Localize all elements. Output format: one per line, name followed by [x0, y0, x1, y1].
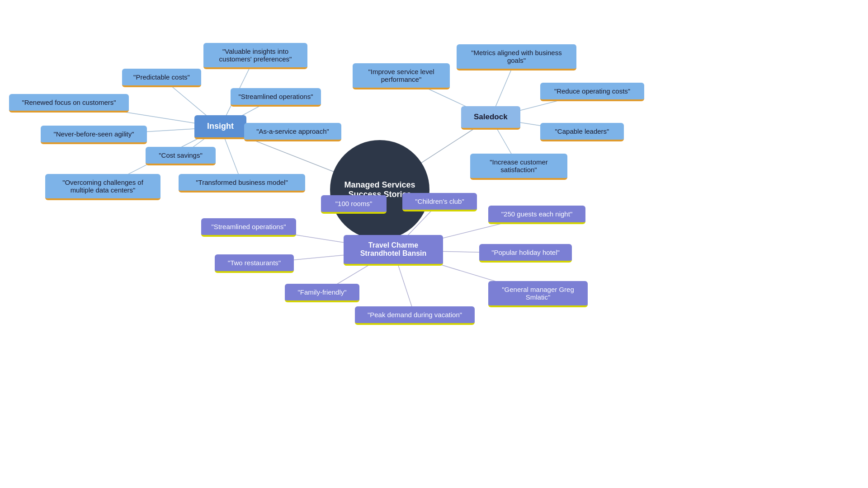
insight-label: Insight — [207, 122, 234, 131]
improve-service-label: "Improve service level performance" — [360, 68, 443, 83]
as-a-service-label: "As-a-service approach" — [256, 127, 329, 135]
100-rooms-node: "100 rooms" — [321, 195, 387, 214]
metrics-aligned-label: "Metrics aligned with business goals" — [464, 49, 569, 64]
increase-satisfaction-node: "Increase customer satisfaction" — [470, 154, 567, 180]
peak-demand-node: "Peak demand during vacation" — [355, 306, 475, 325]
childrens-club-label: "Children's club" — [415, 197, 464, 205]
insight-node: Insight — [194, 115, 246, 139]
family-friendly-node: "Family-friendly" — [285, 284, 359, 302]
popular-holiday-label: "Popular holiday hotel" — [491, 249, 560, 256]
valuable-insights-node: "Valuable insights into customers' prefe… — [203, 43, 307, 69]
general-manager-label: "General manager Greg Smlatic" — [495, 286, 580, 301]
streamlined-ops-top-label: "Streamlined operations" — [239, 93, 313, 100]
saledock-node: Saledock — [461, 106, 520, 130]
capable-leaders-node: "Capable leaders" — [540, 123, 624, 141]
overcoming-challenges-node: "Overcoming challenges of multiple data … — [45, 174, 160, 200]
never-before-label: "Never-before-seen agility" — [53, 130, 134, 138]
family-friendly-label: "Family-friendly" — [297, 288, 346, 296]
improve-service-node: "Improve service level performance" — [353, 63, 450, 89]
never-before-node: "Never-before-seen agility" — [41, 126, 147, 144]
hotel-node: Travel Charme Strandhotel Bansin — [344, 235, 443, 266]
hotel-label: Travel Charme Strandhotel Bansin — [353, 241, 434, 258]
general-manager-node: "General manager Greg Smlatic" — [488, 281, 588, 307]
cost-savings-label: "Cost savings" — [159, 151, 203, 159]
two-restaurants-node: "Two restaurants" — [215, 254, 294, 273]
valuable-insights-label: "Valuable insights into customers' prefe… — [211, 47, 300, 63]
streamlined-ops-hotel-label: "Streamlined operations" — [212, 223, 286, 230]
reduce-costs-label: "Reduce operating costs" — [554, 87, 630, 95]
overcoming-challenges-label: "Overcoming challenges of multiple data … — [52, 178, 153, 194]
childrens-club-node: "Children's club" — [402, 193, 477, 211]
popular-holiday-node: "Popular holiday hotel" — [479, 244, 572, 263]
increase-satisfaction-label: "Increase customer satisfaction" — [477, 158, 560, 174]
streamlined-ops-hotel-node: "Streamlined operations" — [201, 218, 296, 237]
renewed-focus-node: "Renewed focus on customers" — [9, 94, 129, 113]
capable-leaders-label: "Capable leaders" — [555, 127, 609, 135]
250-guests-label: "250 guests each night" — [501, 210, 572, 218]
reduce-costs-node: "Reduce operating costs" — [540, 83, 644, 101]
predictable-costs-label: "Predictable costs" — [133, 73, 190, 81]
two-restaurants-label: "Two restaurants" — [228, 259, 281, 267]
250-guests-node: "250 guests each night" — [488, 206, 585, 224]
100-rooms-label: "100 rooms" — [335, 200, 373, 207]
renewed-focus-label: "Renewed focus on customers" — [22, 99, 116, 106]
cost-savings-node: "Cost savings" — [146, 147, 216, 165]
peak-demand-label: "Peak demand during vacation" — [368, 311, 462, 319]
transformed-business-node: "Transformed business model" — [179, 174, 305, 192]
transformed-business-label: "Transformed business model" — [196, 178, 288, 186]
saledock-label: Saledock — [474, 113, 508, 122]
predictable-costs-node: "Predictable costs" — [122, 69, 201, 87]
metrics-aligned-node: "Metrics aligned with business goals" — [457, 44, 576, 70]
as-a-service-node: "As-a-service approach" — [244, 123, 341, 141]
streamlined-ops-top-node: "Streamlined operations" — [231, 88, 321, 107]
center-node: Managed Services Success Stories — [330, 140, 429, 239]
